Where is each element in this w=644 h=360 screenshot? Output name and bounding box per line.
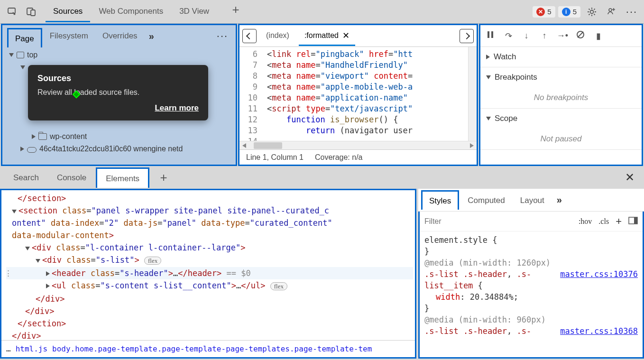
coverage-status: Coverage: n/a	[315, 153, 363, 162]
error-icon: ✕	[536, 8, 545, 16]
css-source-link[interactable]: master.css:10376	[560, 268, 638, 280]
info-icon: i	[562, 8, 570, 16]
styles-tab-layout[interactable]: Layout	[514, 191, 551, 209]
settings-icon[interactable]	[583, 3, 600, 20]
error-count: 5	[547, 8, 551, 16]
pause-exceptions-icon[interactable]: ▮	[592, 31, 605, 41]
not-paused-text: Not paused	[480, 129, 642, 149]
editor-tab-index[interactable]: (index)	[260, 27, 295, 45]
subtab-page[interactable]: Page	[7, 28, 42, 47]
expand-icon	[20, 65, 25, 69]
code-area[interactable]: <link rel="pingback" href="htt <meta nam…	[262, 47, 468, 141]
styles-filter-input[interactable]	[424, 217, 572, 226]
section-label: Watch	[494, 52, 516, 62]
svg-rect-2	[31, 10, 35, 16]
step-icon[interactable]: →•	[556, 31, 569, 41]
svg-rect-0	[8, 8, 15, 13]
watch-header[interactable]: Watch	[480, 47, 642, 67]
tree-node-wp-content[interactable]: wp-content	[2, 130, 236, 143]
top-tabs: Sources Web Components 3D View +	[46, 1, 244, 22]
info-count: 5	[573, 8, 577, 16]
nav-forward-button[interactable]	[460, 29, 474, 43]
error-badge[interactable]: ✕ 5	[533, 6, 555, 18]
tab-sources[interactable]: Sources	[46, 1, 90, 22]
breakpoints-header[interactable]: Breakpoints	[480, 67, 642, 87]
editor-status-bar: Line 1, Column 1 Coverage: n/a	[239, 149, 477, 165]
navigator-more-icon[interactable]: ···	[214, 28, 231, 45]
more-icon[interactable]: ···	[623, 3, 640, 20]
expand-icon	[20, 147, 24, 151]
nav-back-button[interactable]	[242, 29, 257, 43]
styles-more-icon[interactable]: »	[553, 194, 566, 205]
svg-rect-6	[491, 31, 493, 38]
editor-tab-label: :formatted	[304, 31, 339, 40]
inspect-icon[interactable]	[4, 3, 21, 20]
hov-toggle[interactable]: :hov	[579, 217, 592, 226]
toggle-sidebar-icon[interactable]	[628, 217, 638, 226]
expand-icon	[486, 117, 491, 120]
editor-tab-formatted[interactable]: :formatted ✕	[299, 26, 355, 46]
editor-vscroll[interactable]	[468, 47, 477, 141]
close-tab-icon[interactable]: ✕	[342, 30, 350, 41]
cursor-position: Line 1, Column 1	[246, 153, 304, 162]
section-label: Scope	[495, 114, 517, 123]
step-into-icon[interactable]: ↓	[520, 31, 533, 41]
no-breakpoints-text: No breakpoints	[480, 87, 642, 108]
elements-panel: </section> <section class="panel s-wrapp…	[0, 189, 416, 359]
watch-section: Watch	[480, 47, 642, 67]
add-tab-icon[interactable]: +	[227, 1, 244, 18]
tab-3d-view[interactable]: 3D View	[172, 1, 217, 22]
crumb-more[interactable]: …	[6, 344, 11, 353]
svg-point-3	[590, 10, 594, 13]
styles-tab-styles[interactable]: Styles	[421, 190, 459, 210]
info-badge[interactable]: i 5	[558, 6, 580, 18]
drawer-tabs: Search Console Elements + ✕	[0, 166, 644, 189]
sources-tooltip: Sources Review all loaded source files. …	[28, 65, 208, 120]
devtools-toolbar: Sources Web Components 3D View + ✕ 5 i 5…	[0, 0, 644, 24]
scope-section: Scope Not paused	[480, 109, 642, 150]
elements-tree[interactable]: </section> <section class="panel s-wrapp…	[1, 190, 415, 340]
cls-toggle[interactable]: .cls	[598, 217, 609, 226]
cloud-icon	[27, 147, 37, 153]
feedback-icon[interactable]	[603, 3, 620, 20]
svg-line-8	[578, 32, 583, 37]
close-drawer-icon[interactable]: ✕	[620, 171, 639, 184]
drawer-tab-elements[interactable]: Elements	[96, 167, 149, 188]
crumb-html[interactable]: html.js	[16, 344, 47, 353]
more-subtabs-icon[interactable]: »	[145, 31, 158, 42]
tree-node-top[interactable]: top	[2, 49, 236, 61]
window-icon	[17, 52, 24, 58]
scope-header[interactable]: Scope	[480, 109, 642, 129]
crumb-body[interactable]: body.home.page-template.page-template-pa…	[52, 344, 372, 353]
styles-rules[interactable]: element.style { } @media (min-width: 126…	[420, 231, 643, 357]
new-rule-icon[interactable]: +	[616, 215, 622, 228]
styles-tab-computed[interactable]: Computed	[461, 191, 511, 209]
tab-web-components[interactable]: Web Components	[91, 1, 171, 22]
svg-rect-5	[488, 31, 489, 38]
device-toggle-icon[interactable]	[23, 3, 40, 20]
navigator-panel: Page Filesystem Overrides » ··· top wp-c…	[1, 24, 237, 166]
drawer-tab-search[interactable]: Search	[5, 168, 47, 187]
editor-hscroll[interactable]	[239, 141, 477, 149]
add-drawer-tab-icon[interactable]: +	[155, 169, 172, 186]
deactivate-bp-icon[interactable]	[574, 30, 587, 41]
css-source-link[interactable]: master.css:10368	[560, 325, 638, 337]
svg-rect-10	[634, 217, 637, 224]
folder-icon	[38, 133, 47, 140]
subtab-overrides[interactable]: Overrides	[96, 27, 144, 46]
expand-icon	[486, 75, 491, 79]
tree-label: wp-content	[50, 132, 87, 141]
drawer-tab-console[interactable]: Console	[48, 168, 95, 187]
subtab-filesystem[interactable]: Filesystem	[43, 27, 95, 46]
styles-panel: Styles Computed Layout » :hov .cls + ele…	[418, 189, 644, 359]
tree-node-domain[interactable]: 46c4ta1tcku22cdcu81i0c60 wnengine netd	[2, 143, 236, 155]
step-over-icon[interactable]: ↷	[502, 31, 515, 41]
tooltip-learn-more-link[interactable]: Learn more	[155, 103, 199, 113]
step-out-icon[interactable]: ↑	[538, 31, 551, 41]
tree-label: top	[27, 51, 37, 59]
pause-icon[interactable]	[484, 30, 497, 41]
svg-point-4	[609, 9, 612, 11]
tree-label: 46c4ta1tcku22cdcu81i0c60 wnengine netd	[39, 145, 183, 153]
debugger-panel: ↷ ↓ ↑ →• ▮ Watch Breakpoints No breakpoi…	[479, 24, 643, 166]
elements-breadcrumb[interactable]: … html.js body.home.page-template.page-t…	[1, 340, 415, 357]
